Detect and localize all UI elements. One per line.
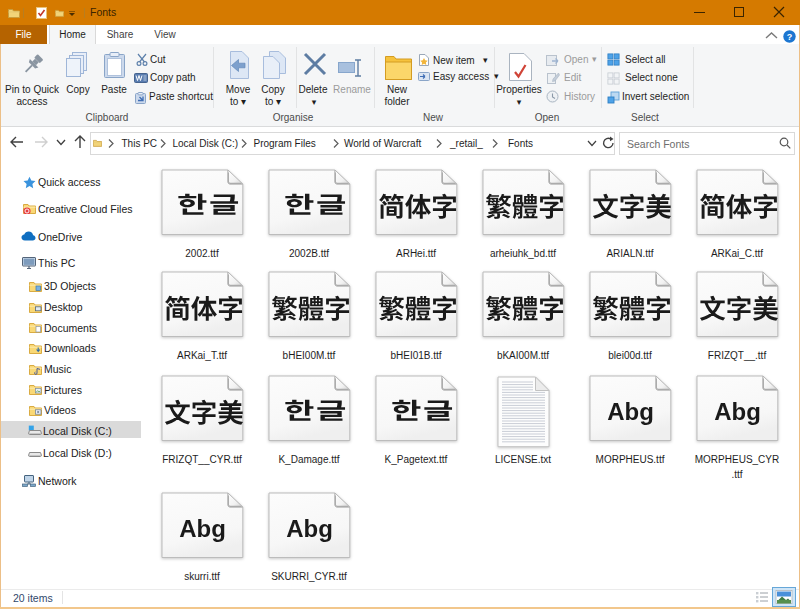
svg-text:Abg: Abg xyxy=(607,399,654,426)
svg-text:Abg: Abg xyxy=(179,515,226,542)
svg-text:Abg: Abg xyxy=(286,515,333,542)
svg-text:?: ? xyxy=(787,32,793,42)
svg-text:Abg: Abg xyxy=(714,399,761,426)
